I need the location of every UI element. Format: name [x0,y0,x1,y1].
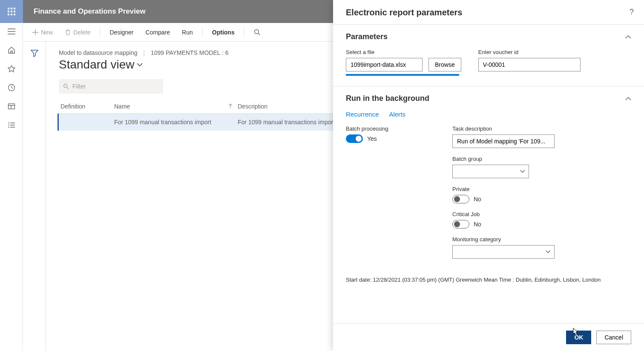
breadcrumb-a[interactable]: Model to datasource mapping [59,49,137,56]
svg-point-3 [64,84,67,88]
background-links: Recurrence Alerts [346,111,631,118]
batch-processing-value: Yes [367,135,377,142]
help-icon[interactable]: ? [630,8,634,17]
run-button[interactable]: Run [178,26,197,38]
hamburger-icon[interactable] [7,27,16,36]
separator [100,27,100,37]
panel-title: Electronic report parameters [346,8,631,17]
select-file-input[interactable] [346,58,423,71]
options-button[interactable]: Options [208,26,239,38]
alerts-link[interactable]: Alerts [389,111,405,118]
chevron-down-icon [520,170,525,173]
chevron-up-icon [625,35,631,39]
grid-filter-input[interactable]: Filter [59,79,163,94]
batch-group-field: Batch group [452,156,631,178]
private-label: Private [452,186,631,192]
filter-placeholder: Filter [72,83,86,90]
svg-rect-1 [8,104,14,109]
panel-header: Electronic report parameters [333,0,644,24]
chevron-down-icon [546,250,551,254]
col-name[interactable]: Name [114,103,238,110]
separator [244,27,244,37]
panel-body: Parameters Select a file Browse Enter vo… [333,24,644,323]
waffle-icon [8,8,15,15]
task-description-input[interactable] [452,134,555,148]
batch-processing-label: Batch processing [346,126,435,132]
start-date-text: Start date: 12/28/2021 (03:37:05 pm) (GM… [333,277,644,287]
voucher-id-input[interactable] [478,58,581,71]
home-icon[interactable] [7,46,16,54]
app-launcher[interactable] [0,0,23,23]
monitoring-category-select[interactable] [452,245,555,259]
critical-job-toggle[interactable] [452,220,469,228]
monitoring-category-field: Monitoring category [452,236,631,259]
browse-button[interactable]: Browse [428,58,461,71]
delete-button[interactable]: Delete [60,26,95,38]
ok-button[interactable]: OK [566,331,591,344]
breadcrumb-b: 1099 PAYMENTS MODEL : 6 [151,49,229,56]
batch-processing-field: Batch processing Yes [346,126,435,143]
parameters-section: Parameters Select a file Browse Enter vo… [333,25,644,86]
trash-icon [65,29,71,35]
batch-group-select[interactable] [452,165,529,178]
task-description-field: Task description [452,126,631,148]
private-field: Private No [452,186,631,203]
designer-button[interactable]: Designer [105,26,138,38]
left-nav-rail [0,23,23,351]
batch-group-label: Batch group [452,156,631,162]
svg-point-2 [254,29,259,34]
parameters-heading: Parameters [346,32,388,41]
cell-name: For 1099 manual transactions import [114,119,238,126]
background-heading: Run in the background [346,94,429,103]
select-file-field: Select a file Browse [346,49,461,76]
search-icon [254,29,261,36]
upload-progress [346,74,459,76]
delete-label: Delete [73,29,90,36]
private-toggle[interactable] [452,195,469,203]
critical-job-label: Critical Job [452,211,631,217]
monitoring-category-label: Monitoring category [452,236,631,243]
voucher-id-label: Enter voucher id [478,49,581,55]
voucher-id-field: Enter voucher id [478,49,581,71]
chevron-down-icon [137,63,143,67]
star-icon[interactable] [7,65,16,73]
filter-column [23,42,46,351]
cancel-button[interactable]: Cancel [596,331,631,344]
private-value: No [474,196,481,203]
critical-job-field: Critical Job No [452,211,631,228]
plus-icon [32,29,38,35]
task-description-label: Task description [452,126,631,132]
modules-icon[interactable] [7,121,16,129]
background-section: Run in the background Recurrence Alerts … [333,86,644,277]
panel-footer: OK Cancel [333,323,644,351]
workspace-icon[interactable] [7,102,16,111]
app-title: Finance and Operations Preview [23,7,146,16]
new-label: New [41,29,53,36]
batch-processing-toggle[interactable] [346,134,363,143]
search-button[interactable] [250,26,265,38]
clock-icon[interactable] [7,83,16,92]
report-parameters-panel: ? Electronic report parameters Parameter… [333,0,644,351]
breadcrumb-sep: | [143,49,145,56]
sort-asc-icon [228,104,233,109]
new-button[interactable]: New [28,26,57,38]
background-heading-row[interactable]: Run in the background [346,94,631,103]
parameters-heading-row[interactable]: Parameters [346,32,631,41]
chevron-up-icon [625,97,631,101]
col-definition[interactable]: Definition [59,103,114,110]
select-file-label: Select a file [346,49,461,55]
critical-job-value: No [474,221,481,228]
funnel-icon[interactable] [31,49,38,351]
recurrence-link[interactable]: Recurrence [346,111,379,118]
separator [202,27,203,37]
search-icon [63,83,69,89]
compare-button[interactable]: Compare [141,26,175,38]
